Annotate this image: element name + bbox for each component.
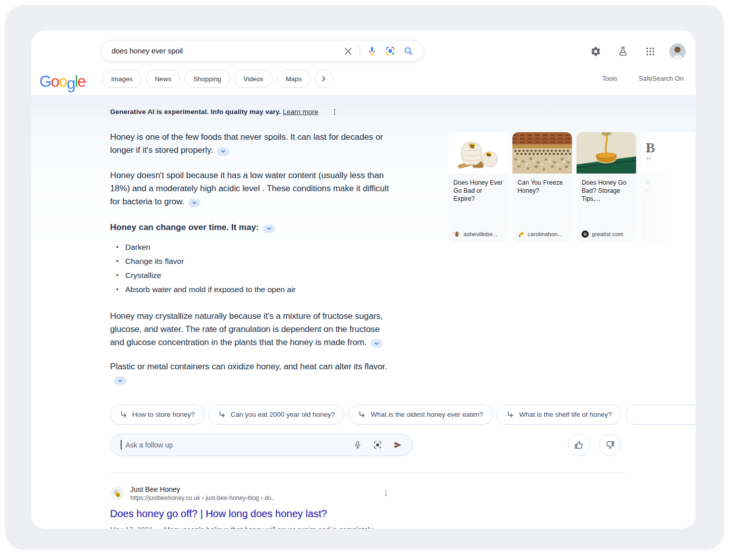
organic-result: Just Bee Honey https://justbeehoney.co.u… [110, 485, 418, 529]
honeycomb-photo [512, 132, 572, 174]
source-domain: greatist.com [592, 231, 623, 237]
source-card-title: H r [646, 179, 695, 195]
expand-chevron-icon[interactable] [114, 376, 126, 385]
source-domain: ashevillebe... [463, 231, 497, 237]
chip-partial[interactable] [626, 405, 696, 425]
ai-paragraph: Plastic or metal containers can oxidize … [110, 360, 391, 386]
expand-chevron-icon[interactable] [217, 147, 229, 156]
source-card[interactable]: Does Honey Ever Go Bad or Expire? ashevi… [448, 132, 508, 242]
expand-chevron-icon[interactable] [371, 339, 383, 348]
more-tabs-chevron-icon[interactable] [315, 70, 333, 88]
tab-videos[interactable]: Videos [234, 70, 273, 88]
ai-paragraph-text: Honey is one of the few foods that never… [110, 132, 383, 155]
desktop-background: Google [5, 5, 724, 550]
branch-arrow-icon [506, 411, 514, 418]
ai-paragraph-text: Honey may crystallize naturally because … [110, 311, 383, 347]
followup-row: Ask a follow up [110, 434, 621, 456]
asheville-bee-favicon [453, 231, 460, 238]
close-icon[interactable] [344, 47, 352, 55]
tab-images[interactable]: Images [102, 70, 142, 88]
ai-disclaimer-text: Generative AI is experimental. Info qual… [110, 108, 318, 116]
result-site-block: Just Bee Honey https://justbeehoney.co.u… [130, 485, 275, 502]
expand-chevron-icon[interactable] [263, 225, 275, 233]
tab-news[interactable]: News [146, 70, 181, 88]
send-icon[interactable] [393, 440, 402, 450]
logo-letter: G [39, 73, 51, 91]
disclaimer-label: Generative AI is experimental. Info qual… [110, 108, 281, 116]
ai-paragraph: Honey is one of the few foods that never… [110, 131, 391, 157]
mic-icon[interactable] [353, 440, 362, 449]
expand-chevron-icon[interactable] [188, 199, 200, 207]
justbeehoney-favicon [110, 486, 124, 500]
safesearch-button[interactable]: SafeSearch On [639, 75, 684, 82]
source-card-source: ashevillebe... [453, 231, 503, 238]
carolina-honey-favicon [517, 231, 525, 238]
followup-input[interactable]: Ask a follow up [110, 434, 413, 456]
chip-label: Can you eat 2000 year old honey? [231, 411, 335, 418]
source-card[interactable]: Does Honey Go Bad? Storage Tips,... G gr… [577, 132, 636, 242]
google-logo[interactable]: Google [39, 73, 85, 91]
lens-icon[interactable] [373, 440, 382, 450]
lens-icon[interactable] [385, 46, 395, 56]
labs-flask-icon[interactable] [615, 43, 631, 60]
ai-bullet: Darken [110, 240, 391, 254]
result-header[interactable]: Just Bee Honey https://justbeehoney.co.u… [110, 485, 418, 502]
followup-chips: How to store honey? Can you eat 2000 yea… [110, 405, 696, 425]
source-card-partial[interactable]: B H H r [641, 132, 696, 242]
honey-drip-photo [577, 132, 636, 174]
logo-letter: o [51, 73, 59, 91]
source-card-body: H r [641, 174, 696, 242]
settings-icon[interactable] [588, 43, 604, 60]
generative-ai-section: Generative AI is experimental. Info qual… [31, 95, 696, 529]
result-title-link[interactable]: Does honey go off? | How long does honey… [110, 508, 418, 520]
source-card-title: Can You Freeze Honey? [517, 179, 567, 195]
search-divider [359, 45, 360, 57]
thumbs-down-button[interactable] [599, 434, 621, 456]
chip-how-to-store[interactable]: How to store honey? [110, 405, 204, 425]
result-overflow-menu-icon[interactable] [383, 489, 389, 498]
source-card-body: Does Honey Go Bad? Storage Tips,... G gr… [577, 174, 636, 242]
search-icon[interactable] [403, 46, 413, 56]
ai-answer-text: Honey is one of the few foods that never… [110, 131, 391, 386]
tab-shopping[interactable]: Shopping [184, 70, 230, 88]
chip-oldest-honey[interactable]: What is the oldest honey ever eaten? [348, 405, 493, 425]
text-caret [121, 440, 122, 450]
tab-maps[interactable]: Maps [277, 70, 311, 88]
chip-label: What is the shelf life of honey? [519, 411, 612, 418]
chip-2000-year-honey[interactable]: Can you eat 2000 year old honey? [209, 405, 344, 425]
branch-arrow-icon [120, 411, 127, 418]
section-divider [110, 472, 626, 473]
feedback-buttons [568, 434, 621, 456]
ghost-line: H [646, 179, 650, 186]
source-domain: carolinahon... [528, 231, 562, 237]
ai-source-cards: Does Honey Ever Go Bad or Expire? ashevi… [448, 132, 696, 243]
source-card-source: G greatist.com [582, 231, 631, 238]
svg-text:B: B [646, 140, 655, 155]
thumbs-up-button[interactable] [568, 434, 590, 456]
logo-letter: e [77, 73, 85, 91]
partial-card-photo: B H [641, 132, 696, 174]
honey-pot-photo [448, 132, 508, 174]
tools-button[interactable]: Tools [602, 75, 617, 82]
svg-text:H: H [647, 155, 651, 161]
result-tabs: Images News Shopping Videos Maps [102, 70, 333, 88]
google-results-page: Google [31, 30, 696, 529]
mic-icon[interactable] [367, 46, 377, 56]
branch-arrow-icon [358, 411, 366, 418]
greatist-favicon: G [582, 231, 589, 238]
learn-more-link[interactable]: Learn more [283, 108, 318, 116]
ai-paragraph: Honey may crystallize naturally because … [110, 310, 391, 349]
search-box[interactable] [101, 40, 423, 62]
apps-grid-icon[interactable] [642, 43, 658, 60]
banner-overflow-menu-icon[interactable] [331, 108, 338, 116]
chip-shelf-life[interactable]: What is the shelf life of honey? [497, 405, 621, 425]
source-card-title: Does Honey Go Bad? Storage Tips,... [582, 179, 631, 203]
search-input[interactable] [112, 47, 344, 55]
chip-label: What is the oldest honey ever eaten? [371, 411, 483, 418]
source-card-title: Does Honey Ever Go Bad or Expire? [453, 179, 503, 203]
branch-arrow-icon [218, 411, 226, 418]
source-card[interactable]: Can You Freeze Honey? carolinahon... [512, 132, 572, 242]
chip-label: How to store honey? [132, 411, 195, 418]
avatar[interactable] [669, 43, 686, 60]
ai-bullet: Crystallize [110, 268, 391, 283]
